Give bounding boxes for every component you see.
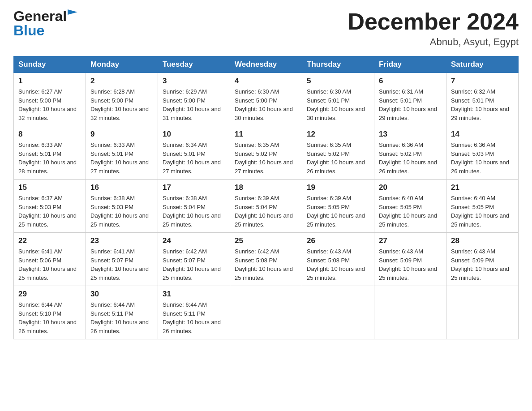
day-cell: 5 Sunrise: 6:30 AMSunset: 5:01 PMDayligh… <box>302 73 374 126</box>
day-number: 5 <box>307 77 369 86</box>
day-cell: 14 Sunrise: 6:36 AMSunset: 5:03 PMDaylig… <box>446 126 519 180</box>
day-number: 1 <box>18 77 81 86</box>
day-number: 21 <box>451 183 514 192</box>
week-row-3: 15 Sunrise: 6:37 AMSunset: 5:03 PMDaylig… <box>14 180 519 233</box>
day-cell: 20 Sunrise: 6:40 AMSunset: 5:05 PMDaylig… <box>374 180 446 233</box>
day-cell: 9 Sunrise: 6:33 AMSunset: 5:01 PMDayligh… <box>86 126 158 180</box>
day-cell: 16 Sunrise: 6:38 AMSunset: 5:03 PMDaylig… <box>86 180 158 233</box>
day-number: 24 <box>163 236 225 245</box>
day-info: Sunrise: 6:34 AMSunset: 5:01 PMDaylight:… <box>163 141 221 175</box>
day-number: 3 <box>163 77 225 86</box>
day-cell: 30 Sunrise: 6:44 AMSunset: 5:11 PMDaylig… <box>86 286 158 339</box>
day-cell: 11 Sunrise: 6:35 AMSunset: 5:02 PMDaylig… <box>230 126 302 180</box>
day-number: 2 <box>90 77 153 86</box>
day-number: 19 <box>307 183 369 192</box>
day-info: Sunrise: 6:40 AMSunset: 5:05 PMDaylight:… <box>379 195 437 228</box>
day-info: Sunrise: 6:43 AMSunset: 5:09 PMDaylight:… <box>379 248 437 281</box>
day-info: Sunrise: 6:43 AMSunset: 5:09 PMDaylight:… <box>451 248 509 281</box>
day-info: Sunrise: 6:40 AMSunset: 5:05 PMDaylight:… <box>451 195 509 228</box>
day-info: Sunrise: 6:31 AMSunset: 5:01 PMDaylight:… <box>379 88 437 121</box>
day-number: 26 <box>307 236 369 245</box>
day-info: Sunrise: 6:42 AMSunset: 5:07 PMDaylight:… <box>163 248 221 281</box>
day-info: Sunrise: 6:35 AMSunset: 5:02 PMDaylight:… <box>235 141 293 175</box>
day-cell: 6 Sunrise: 6:31 AMSunset: 5:01 PMDayligh… <box>374 73 446 126</box>
day-number: 17 <box>163 183 225 192</box>
day-number: 22 <box>18 236 81 245</box>
day-cell: 21 Sunrise: 6:40 AMSunset: 5:05 PMDaylig… <box>446 180 519 233</box>
day-info: Sunrise: 6:35 AMSunset: 5:02 PMDaylight:… <box>307 141 365 175</box>
logo-general: General <box>13 9 67 23</box>
day-cell: 10 Sunrise: 6:34 AMSunset: 5:01 PMDaylig… <box>158 126 230 180</box>
month-title: December 2024 <box>348 9 519 34</box>
week-row-2: 8 Sunrise: 6:33 AMSunset: 5:01 PMDayligh… <box>14 126 519 180</box>
day-cell: 7 Sunrise: 6:32 AMSunset: 5:01 PMDayligh… <box>446 73 519 126</box>
day-number: 27 <box>379 236 442 245</box>
header-tuesday: Tuesday <box>158 56 230 73</box>
day-info: Sunrise: 6:39 AMSunset: 5:05 PMDaylight:… <box>307 195 365 228</box>
day-cell <box>446 286 519 339</box>
day-number: 18 <box>235 183 297 192</box>
calendar-table: SundayMondayTuesdayWednesdayThursdayFrid… <box>13 56 519 339</box>
day-number: 7 <box>451 77 514 86</box>
day-cell: 3 Sunrise: 6:29 AMSunset: 5:00 PMDayligh… <box>158 73 230 126</box>
day-cell: 12 Sunrise: 6:35 AMSunset: 5:02 PMDaylig… <box>302 126 374 180</box>
day-number: 29 <box>18 290 81 299</box>
day-cell <box>302 286 374 339</box>
header-right: December 2024 Abnub, Asyut, Egypt <box>348 9 519 48</box>
day-number: 31 <box>163 290 225 299</box>
day-number: 23 <box>90 236 153 245</box>
day-number: 8 <box>18 130 81 139</box>
day-number: 13 <box>379 130 442 139</box>
header-monday: Monday <box>86 56 158 73</box>
header-wednesday: Wednesday <box>230 56 302 73</box>
day-info: Sunrise: 6:33 AMSunset: 5:01 PMDaylight:… <box>18 141 77 175</box>
week-row-1: 1 Sunrise: 6:27 AMSunset: 5:00 PMDayligh… <box>14 73 519 126</box>
day-info: Sunrise: 6:36 AMSunset: 5:03 PMDaylight:… <box>451 141 509 175</box>
day-info: Sunrise: 6:44 AMSunset: 5:11 PMDaylight:… <box>90 301 149 334</box>
day-info: Sunrise: 6:30 AMSunset: 5:01 PMDaylight:… <box>307 88 365 121</box>
logo: General Blue <box>13 9 77 39</box>
day-cell: 27 Sunrise: 6:43 AMSunset: 5:09 PMDaylig… <box>374 233 446 286</box>
day-number: 14 <box>451 130 514 139</box>
day-cell: 13 Sunrise: 6:36 AMSunset: 5:02 PMDaylig… <box>374 126 446 180</box>
day-number: 6 <box>379 77 442 86</box>
day-info: Sunrise: 6:28 AMSunset: 5:00 PMDaylight:… <box>90 88 149 121</box>
svg-marker-0 <box>68 9 77 15</box>
calendar-header-row: SundayMondayTuesdayWednesdayThursdayFrid… <box>14 56 519 73</box>
day-number: 25 <box>235 236 297 245</box>
day-info: Sunrise: 6:32 AMSunset: 5:01 PMDaylight:… <box>451 88 509 121</box>
day-cell: 25 Sunrise: 6:42 AMSunset: 5:08 PMDaylig… <box>230 233 302 286</box>
location: Abnub, Asyut, Egypt <box>348 36 519 48</box>
day-cell: 17 Sunrise: 6:38 AMSunset: 5:04 PMDaylig… <box>158 180 230 233</box>
day-info: Sunrise: 6:43 AMSunset: 5:08 PMDaylight:… <box>307 248 365 281</box>
header-friday: Friday <box>374 56 446 73</box>
header-saturday: Saturday <box>446 56 519 73</box>
day-info: Sunrise: 6:44 AMSunset: 5:10 PMDaylight:… <box>18 301 77 334</box>
day-cell <box>374 286 446 339</box>
day-info: Sunrise: 6:30 AMSunset: 5:00 PMDaylight:… <box>235 88 293 121</box>
week-row-5: 29 Sunrise: 6:44 AMSunset: 5:10 PMDaylig… <box>14 286 519 339</box>
page-header: General Blue December 2024 Abnub, Asyut,… <box>13 9 519 48</box>
day-cell: 24 Sunrise: 6:42 AMSunset: 5:07 PMDaylig… <box>158 233 230 286</box>
day-cell: 1 Sunrise: 6:27 AMSunset: 5:00 PMDayligh… <box>14 73 86 126</box>
day-cell: 31 Sunrise: 6:44 AMSunset: 5:11 PMDaylig… <box>158 286 230 339</box>
day-cell: 26 Sunrise: 6:43 AMSunset: 5:08 PMDaylig… <box>302 233 374 286</box>
day-number: 10 <box>163 130 225 139</box>
day-cell: 28 Sunrise: 6:43 AMSunset: 5:09 PMDaylig… <box>446 233 519 286</box>
day-number: 16 <box>90 183 153 192</box>
day-number: 12 <box>307 130 369 139</box>
day-cell: 4 Sunrise: 6:30 AMSunset: 5:00 PMDayligh… <box>230 73 302 126</box>
day-info: Sunrise: 6:41 AMSunset: 5:06 PMDaylight:… <box>18 248 77 281</box>
day-cell: 29 Sunrise: 6:44 AMSunset: 5:10 PMDaylig… <box>14 286 86 339</box>
day-cell: 2 Sunrise: 6:28 AMSunset: 5:00 PMDayligh… <box>86 73 158 126</box>
header-thursday: Thursday <box>302 56 374 73</box>
day-number: 9 <box>90 130 153 139</box>
day-info: Sunrise: 6:37 AMSunset: 5:03 PMDaylight:… <box>18 195 77 228</box>
day-info: Sunrise: 6:41 AMSunset: 5:07 PMDaylight:… <box>90 248 149 281</box>
day-number: 15 <box>18 183 81 192</box>
day-info: Sunrise: 6:38 AMSunset: 5:03 PMDaylight:… <box>90 195 149 228</box>
day-cell: 22 Sunrise: 6:41 AMSunset: 5:06 PMDaylig… <box>14 233 86 286</box>
day-number: 4 <box>235 77 297 86</box>
day-number: 11 <box>235 130 297 139</box>
day-cell: 18 Sunrise: 6:39 AMSunset: 5:04 PMDaylig… <box>230 180 302 233</box>
